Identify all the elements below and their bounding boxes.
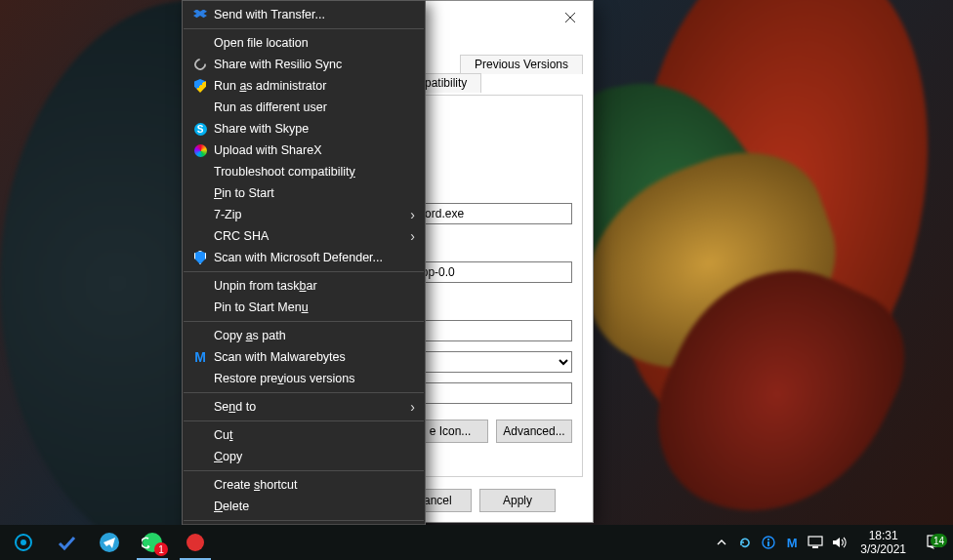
context-menu-item[interactable]: Send with Transfer... <box>183 4 425 25</box>
apply-button[interactable]: Apply <box>479 489 556 512</box>
tray-display-icon[interactable] <box>804 525 827 560</box>
context-menu-icon-placeholder <box>190 185 210 201</box>
advanced-button[interactable]: Advanced... <box>496 420 572 443</box>
context-menu-label: Send with Transfer... <box>214 8 415 21</box>
context-menu-item[interactable]: 7-Zip <box>183 204 425 225</box>
context-menu-separator <box>184 470 424 471</box>
malwarebytes-icon: M <box>190 349 210 365</box>
context-menu-label: Copy as path <box>214 329 415 342</box>
context-menu-label: Upload with ShareX <box>214 143 415 157</box>
context-menu-label: CRC SHA <box>214 229 415 243</box>
context-menu-item[interactable]: Delete <box>183 496 425 517</box>
svg-rect-8 <box>808 537 822 545</box>
intel-icon[interactable] <box>2 525 45 560</box>
context-menu-icon-placeholder <box>190 427 210 443</box>
svg-rect-9 <box>812 546 818 548</box>
sync-icon <box>190 57 210 72</box>
context-menu-separator <box>184 321 424 322</box>
context-menu-item[interactable]: Copy as path <box>183 325 425 346</box>
context-menu-icon-placeholder <box>190 499 210 514</box>
context-menu-icon-placeholder <box>190 228 210 244</box>
context-menu-item[interactable]: SShare with Skype <box>183 118 425 140</box>
skype-icon: S <box>190 121 210 137</box>
context-menu-separator <box>184 271 424 272</box>
context-menu-label: Cut <box>214 428 415 442</box>
context-menu-icon-placeholder <box>190 371 210 386</box>
taskbar-badge: 1 <box>154 542 168 556</box>
context-menu-item[interactable]: Unpin from taskbar <box>183 275 425 297</box>
context-menu-item[interactable]: Copy <box>183 446 425 467</box>
context-menu-label: Restore previous versions <box>214 372 415 385</box>
context-menu-item[interactable]: Restore previous versions <box>183 368 425 389</box>
svg-point-4 <box>186 534 204 551</box>
tray-volume-icon[interactable] <box>827 525 850 560</box>
context-menu-item[interactable]: MScan with Malwarebytes <box>183 346 425 368</box>
svg-rect-6 <box>767 541 769 546</box>
context-menu-icon-placeholder <box>190 399 210 415</box>
clock-time: 18:31 <box>860 529 906 542</box>
context-menu-separator <box>184 420 424 421</box>
context-menu-item[interactable]: Upload with ShareX <box>183 140 425 161</box>
context-menu-label: Unpin from taskbar <box>214 279 415 293</box>
context-menu-icon-placeholder <box>190 300 210 315</box>
context-menu-label: Scan with Microsoft Defender... <box>214 251 415 264</box>
shield-icon <box>190 78 210 94</box>
tab-previous-versions[interactable]: Previous Versions <box>460 55 583 74</box>
context-menu-label: Share with Skype <box>214 122 415 136</box>
whatsapp-icon[interactable]: 1 <box>131 525 174 560</box>
context-menu-icon-placeholder <box>190 449 210 464</box>
context-menu-label: Run as different user <box>214 100 415 114</box>
taskbar-clock[interactable]: 18:31 3/3/2021 <box>850 529 916 556</box>
context-menu-icon-placeholder <box>190 164 210 180</box>
context-menu-item[interactable]: Open file location <box>183 32 425 54</box>
context-menu-icon-placeholder <box>190 35 210 51</box>
context-menu-label: Share with Resilio Sync <box>214 58 415 71</box>
context-menu-item[interactable]: Create shortcut <box>183 474 425 496</box>
defender-icon <box>190 250 210 265</box>
context-menu-item[interactable]: Run as administrator <box>183 75 425 97</box>
tray-info-icon[interactable] <box>757 525 780 560</box>
todo-icon[interactable] <box>45 525 88 560</box>
tray-malwarebytes-icon[interactable]: M <box>780 525 804 560</box>
context-menu-icon-placeholder <box>190 328 210 343</box>
sharex-icon <box>190 142 210 158</box>
context-menu-item[interactable]: Run as different user <box>183 97 425 118</box>
context-menu-item[interactable]: Send to <box>183 396 425 418</box>
context-menu-label: Send to <box>214 400 415 414</box>
context-menu: Send with Transfer...Open file locationS… <box>182 0 426 549</box>
context-menu-separator <box>184 28 424 29</box>
context-menu-label: Copy <box>214 450 415 463</box>
context-menu-item[interactable]: Scan with Microsoft Defender... <box>183 247 425 268</box>
notification-badge: 14 <box>931 534 947 547</box>
taskbar: 1 M 18:31 3/3/2021 14 <box>0 525 953 560</box>
context-menu-item[interactable]: Cut <box>183 424 425 446</box>
context-menu-icon-placeholder <box>190 207 210 222</box>
context-menu-label: Scan with Malwarebytes <box>214 350 415 364</box>
telegram-icon[interactable] <box>88 525 131 560</box>
context-menu-item[interactable]: Pin to Start <box>183 182 425 204</box>
context-menu-icon-placeholder <box>190 278 210 294</box>
context-menu-item[interactable]: Pin to Start Menu <box>183 297 425 318</box>
system-tray: M <box>710 525 850 560</box>
context-menu-item[interactable]: Troubleshoot compatibility <box>183 161 425 182</box>
context-menu-label: Troubleshoot compatibility <box>214 165 415 179</box>
context-menu-label: 7-Zip <box>214 208 415 221</box>
tray-sync-icon[interactable] <box>733 525 757 560</box>
tray-chevron-icon[interactable] <box>710 525 733 560</box>
context-menu-icon-placeholder <box>190 100 210 115</box>
context-menu-label: Delete <box>214 500 415 513</box>
svg-point-1 <box>21 540 26 545</box>
context-menu-label: Run as administrator <box>214 79 415 93</box>
context-menu-label: Create shortcut <box>214 478 415 492</box>
context-menu-icon-placeholder <box>190 477 210 493</box>
context-menu-item[interactable]: CRC SHA <box>183 225 425 247</box>
svg-rect-7 <box>767 539 769 540</box>
notification-center-button[interactable]: 14 <box>916 534 953 551</box>
context-menu-item[interactable]: Share with Resilio Sync <box>183 54 425 75</box>
context-menu-separator <box>184 520 424 521</box>
clock-date: 3/3/2021 <box>860 542 906 556</box>
dialog-close-button[interactable] <box>554 7 587 28</box>
app-icon[interactable] <box>174 525 217 560</box>
context-menu-label: Pin to Start <box>214 186 415 200</box>
dropbox-icon <box>190 7 210 22</box>
